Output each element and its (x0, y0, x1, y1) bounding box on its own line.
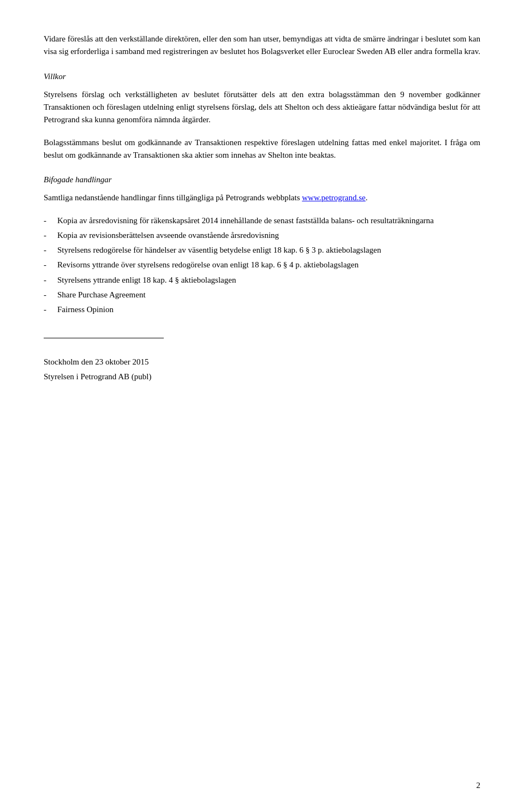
list-item: -Styrelsens redogörelse för händelser av… (44, 244, 480, 256)
list-item: -Styrelsens yttrande enligt 18 kap. 4 § … (44, 274, 480, 286)
villkor-heading: Villkor (44, 70, 480, 83)
paragraph-3: Bolagsstämmans beslut om godkännande av … (44, 136, 480, 162)
list-item-text: Styrelsens redogörelse för händelser av … (57, 244, 480, 256)
signature-org: Styrelsen i Petrogrand AB (publ) (44, 369, 480, 384)
signature-line (44, 338, 164, 338)
list-dash: - (44, 259, 55, 271)
list-item: -Revisorns yttrande över styrelsens redo… (44, 259, 480, 271)
list-item: -Share Purchase Agreement (44, 289, 480, 301)
list-item: -Fairness Opinion (44, 303, 480, 316)
list-item: -Kopia av årsredovisning för räkenskapså… (44, 214, 480, 227)
paragraph-4: Samtliga nedanstående handlingar finns t… (44, 192, 480, 204)
list-dash: - (44, 274, 55, 286)
list-item-text: Styrelsens yttrande enligt 18 kap. 4 § a… (57, 274, 480, 286)
bifogade-section: Bifogade handlingar Samtliga nedanståend… (44, 174, 480, 316)
list-item-text: Kopia av årsredovisning för räkenskapsår… (57, 214, 480, 227)
paragraph-2: Styrelsens förslag och verkställigheten … (44, 88, 480, 127)
petrogrand-link[interactable]: www.petrogrand.se (302, 193, 366, 202)
list-item-text: Revisorns yttrande över styrelsens redog… (57, 259, 480, 271)
list-dash: - (44, 303, 55, 316)
page: Vidare föreslås att den verkställande di… (0, 0, 524, 812)
attachment-list: -Kopia av årsredovisning för räkenskapså… (44, 214, 480, 317)
list-item-text: Kopia av revisionsberättelsen avseende o… (57, 229, 480, 242)
paragraph-4-end: . (366, 193, 368, 202)
page-number: 2 (477, 781, 481, 790)
list-item-text: Share Purchase Agreement (57, 289, 480, 301)
paragraph-1: Vidare föreslås att den verkställande di… (44, 33, 480, 58)
list-dash: - (44, 244, 55, 256)
list-dash: - (44, 214, 55, 227)
list-dash: - (44, 229, 55, 242)
list-item: -Kopia av revisionsberättelsen avseende … (44, 229, 480, 242)
signature-block: Stockholm den 23 oktober 2015 Styrelsen … (44, 338, 480, 384)
signature-city-date: Stockholm den 23 oktober 2015 (44, 355, 480, 369)
paragraph-4-text: Samtliga nedanstående handlingar finns t… (44, 193, 300, 202)
bifogade-heading: Bifogade handlingar (44, 174, 480, 186)
list-dash: - (44, 289, 55, 301)
list-item-text: Fairness Opinion (57, 303, 480, 316)
